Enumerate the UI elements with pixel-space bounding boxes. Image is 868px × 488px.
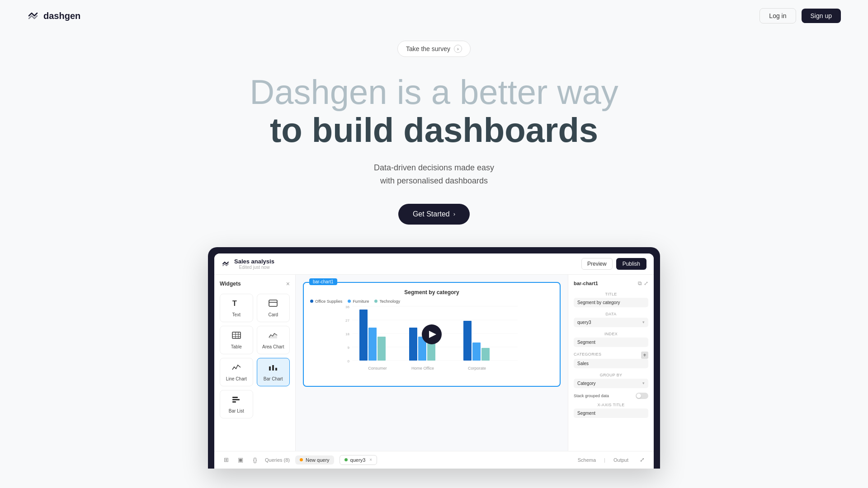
- prop-categories-label: Categories: [574, 352, 601, 357]
- navbar: dashgen Log in Sign up: [0, 0, 868, 32]
- dashboard-topbar: Sales analysis Edited just now Preview P…: [214, 253, 654, 275]
- svg-rect-10: [272, 365, 274, 371]
- output-tab[interactable]: Output: [613, 457, 628, 463]
- widget-text[interactable]: T Text: [220, 294, 253, 322]
- queries-count: Queries (8): [265, 457, 290, 463]
- prop-xaxis-field[interactable]: Segment: [574, 408, 648, 418]
- hero-subtitle: Data-driven decisions made easy with per…: [374, 161, 494, 188]
- logo: dashgen: [27, 9, 80, 22]
- widget-card[interactable]: Card: [257, 294, 290, 322]
- schema-tab[interactable]: Schema: [578, 457, 596, 463]
- widget-line-chart-label: Line Chart: [226, 376, 247, 381]
- widget-text-label: Text: [232, 312, 241, 317]
- dashboard-inner: Sales analysis Edited just now Preview P…: [214, 253, 654, 469]
- hero-subtitle-line1: Data-driven decisions made easy: [374, 163, 494, 172]
- dashboard-body: Widgets × T Text: [214, 275, 654, 451]
- survey-banner[interactable]: Take the survey ›: [397, 41, 471, 57]
- get-started-label: Get Started: [413, 210, 450, 218]
- widget-bar-chart-label: Bar Chart: [264, 376, 283, 381]
- widget-bar-chart[interactable]: Bar Chart: [257, 358, 290, 386]
- svg-rect-11: [275, 368, 277, 371]
- stack-toggle[interactable]: [636, 393, 648, 399]
- prop-index-group: Index Segment: [574, 332, 648, 347]
- play-button[interactable]: [422, 324, 442, 344]
- new-query-tab[interactable]: New query: [295, 455, 334, 465]
- chart-widget: bar-chart1 Segment by category Office Su…: [303, 282, 561, 387]
- logo-text: dashgen: [43, 11, 80, 21]
- widget-table-label: Table: [231, 344, 242, 349]
- widget-area-chart[interactable]: Area Chart: [257, 326, 290, 354]
- svg-rect-13: [232, 399, 240, 400]
- prop-data-field[interactable]: query3 ▾: [574, 318, 648, 327]
- prop-index-value: Segment: [577, 340, 595, 345]
- widget-line-chart[interactable]: Line Chart: [220, 358, 253, 386]
- widgets-close-button[interactable]: ×: [286, 280, 290, 287]
- prop-title-field[interactable]: Segment by category: [574, 298, 648, 307]
- chart-tag: bar-chart1: [309, 278, 337, 285]
- widgets-title: Widgets: [220, 281, 241, 287]
- widgets-panel: Widgets × T Text: [214, 275, 296, 451]
- bar-list-widget-icon: [231, 395, 241, 406]
- prop-data-group: Data query3 ▾: [574, 312, 648, 327]
- image-icon[interactable]: ▣: [236, 455, 245, 465]
- svg-rect-12: [232, 397, 238, 398]
- prop-groupby-field[interactable]: Category ▾: [574, 379, 648, 388]
- dropdown-icon2: ▾: [642, 381, 645, 385]
- prop-data-label: Data: [574, 312, 648, 316]
- dashboard-wrapper: Sales analysis Edited just now Preview P…: [181, 247, 687, 469]
- divider: |: [604, 457, 605, 463]
- get-started-button[interactable]: Get Started ›: [398, 204, 470, 225]
- prop-index-field[interactable]: Segment: [574, 338, 648, 347]
- code-icon[interactable]: {}: [250, 455, 259, 465]
- hero-section: Take the survey › Dashgen is a better wa…: [0, 32, 868, 469]
- prop-categories-group: Categories + Sales: [574, 352, 648, 368]
- table-widget-icon: [231, 331, 241, 342]
- dashboard-canvas: bar-chart1 Segment by category Office Su…: [296, 275, 568, 451]
- hero-title: Dashgen is a better way to build dashboa…: [250, 73, 618, 149]
- svg-rect-29: [409, 328, 417, 361]
- login-button[interactable]: Log in: [760, 8, 796, 23]
- svg-text:0: 0: [348, 359, 350, 363]
- publish-button[interactable]: Publish: [616, 258, 646, 270]
- play-triangle-icon: [429, 331, 436, 338]
- expand-icon[interactable]: ⤢: [644, 280, 648, 286]
- new-query-dot: [300, 458, 303, 461]
- dashboard-subtitle: Edited just now: [234, 265, 274, 270]
- logo-icon: [27, 9, 40, 22]
- prop-title-value: Segment by category: [577, 300, 620, 305]
- arrow-right-icon: ›: [453, 211, 455, 217]
- widget-table[interactable]: Table: [220, 326, 253, 354]
- copy-icon[interactable]: ⧉: [638, 280, 642, 286]
- chevron-right-icon: ›: [454, 45, 462, 53]
- prop-data-value: query3: [577, 320, 591, 325]
- prop-categories-field[interactable]: Sales: [574, 359, 648, 368]
- widget-bar-list-label: Bar List: [229, 408, 244, 413]
- survey-label: Take the survey: [406, 45, 450, 52]
- signup-button[interactable]: Sign up: [802, 9, 841, 23]
- prop-groupby-label: Group by: [574, 373, 648, 377]
- dashboard-frame: Sales analysis Edited just now Preview P…: [208, 247, 660, 469]
- svg-rect-9: [269, 366, 271, 371]
- expand-bottom-icon[interactable]: ⤢: [637, 455, 646, 465]
- property-icons: ⧉ ⤢: [638, 280, 648, 286]
- svg-text:Corporate: Corporate: [468, 366, 486, 371]
- query3-tab[interactable]: query3 ×: [340, 455, 377, 465]
- preview-button[interactable]: Preview: [581, 258, 613, 270]
- svg-rect-34: [472, 343, 481, 361]
- add-category-button[interactable]: +: [641, 352, 648, 359]
- grid-icon[interactable]: ⊞: [222, 455, 231, 465]
- nav-actions: Log in Sign up: [760, 8, 841, 23]
- dropdown-icon: ▾: [642, 320, 645, 324]
- prop-index-label: Index: [574, 332, 648, 336]
- hero-title-line2: to build dashboards: [270, 111, 598, 149]
- line-chart-widget-icon: [231, 363, 241, 374]
- widgets-header: Widgets ×: [220, 280, 290, 287]
- widget-bar-list[interactable]: Bar List: [220, 390, 253, 418]
- svg-rect-26: [368, 328, 377, 361]
- property-chart-id: bar-chart1: [574, 281, 598, 286]
- query3-close-icon[interactable]: ×: [369, 457, 372, 462]
- dashboard-title: Sales analysis: [234, 258, 274, 265]
- widgets-grid: T Text Card: [220, 294, 290, 418]
- hero-title-line1: Dashgen is a better way: [250, 73, 618, 111]
- svg-text:36: 36: [345, 305, 349, 309]
